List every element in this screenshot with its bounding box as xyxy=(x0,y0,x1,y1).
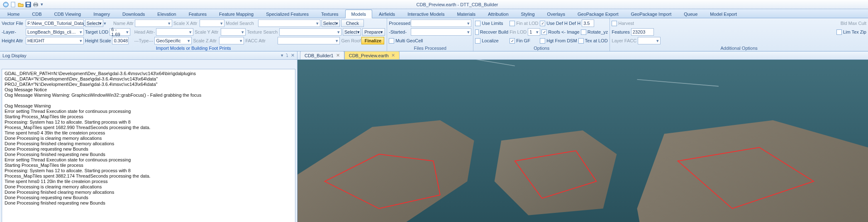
use-limits-check[interactable]: Use Limits xyxy=(475,21,508,26)
label-model-search: Model Search xyxy=(226,21,257,26)
open-icon[interactable] xyxy=(17,1,24,8)
label-vector-file: Vector File xyxy=(2,21,24,26)
tex-at-lod-check[interactable]: Tex at LOD xyxy=(578,38,608,44)
label-texture-search: Texture Search xyxy=(247,29,278,34)
scalez-combo[interactable]: ▾ xyxy=(219,37,244,44)
select3-button[interactable]: Select▾ xyxy=(343,28,361,36)
group-import-label[interactable]: Import Models or Building Foot Prints xyxy=(2,45,385,51)
new-icon[interactable] xyxy=(10,1,17,8)
doc-tab-cdb-builder1[interactable]: CDB_Builder1✕ xyxy=(300,51,344,59)
vector-file-combo[interactable]: F:\New_CDB_Tutorial_Data_LongBe▾ xyxy=(26,20,84,27)
hgt-from-dsm-check[interactable]: Hgt From DSM xyxy=(540,38,577,44)
target-lod-combo[interactable]: 6 - 1.69▾ xyxy=(110,28,130,36)
model-search-combo[interactable]: ▾ xyxy=(258,20,320,27)
facc-attr-combo[interactable]: ▾ xyxy=(278,37,340,44)
processed-combo[interactable]: ▾ xyxy=(411,20,471,27)
tab-overlays[interactable]: Overlays xyxy=(541,10,571,18)
use-def-h-check[interactable]: Use Def H xyxy=(540,21,568,26)
rotate-yz-check[interactable]: Rotate_yz xyxy=(581,29,608,35)
ribbon-tab-strip: HomeCDBCDB ViewingImageryDownloadsElevat… xyxy=(0,9,868,18)
chevron-down-icon: ▾ xyxy=(238,38,242,44)
tab-textures[interactable]: Textures xyxy=(315,10,344,18)
tab-geopackage-export[interactable]: GeoPackage Export xyxy=(572,10,624,18)
tab-home[interactable]: Home xyxy=(2,10,25,18)
chevron-down-icon: ▾ xyxy=(534,29,539,35)
tab-model-export[interactable]: Model Export xyxy=(704,10,743,18)
prepare-button[interactable]: Prepare▾ xyxy=(362,28,385,36)
fin-at-lod-check[interactable]: Fin at LOD xyxy=(510,21,539,26)
checkbox-icon xyxy=(581,29,586,35)
select-button[interactable]: Select▾ xyxy=(85,20,103,27)
check-button[interactable]: Check xyxy=(341,20,364,27)
tab-interactive-models[interactable]: Interactive Models xyxy=(402,10,450,18)
recover-build-check[interactable]: Recover Build xyxy=(475,29,508,35)
height-scale-input[interactable]: 0.3048 xyxy=(112,37,129,44)
chevron-down-icon: ▾ xyxy=(188,29,192,35)
roofs-image-check[interactable]: Roofs <- Image xyxy=(541,29,580,35)
tab-features[interactable]: Features xyxy=(183,10,212,18)
finalize-button[interactable]: Finalize xyxy=(361,37,384,44)
tab-airfields[interactable]: Airfields xyxy=(373,10,401,18)
label-name-attr: Name Attr xyxy=(105,21,134,26)
lim-tex-zip-check[interactable]: Lim Tex Zip xyxy=(836,29,866,35)
type-combo[interactable]: GeoSpecific▾ xyxy=(154,37,192,44)
print-icon[interactable] xyxy=(32,1,39,8)
tab-cdb-viewing[interactable]: CDB Viewing xyxy=(49,10,87,18)
group-options: Use Limits Fin at LOD Use Def H Def H 3.… xyxy=(473,18,610,51)
tab-specialized-features[interactable]: Specialized Features xyxy=(260,10,315,18)
close-icon[interactable]: ✕ xyxy=(291,53,295,58)
tab-queue[interactable]: Queue xyxy=(678,10,703,18)
chevron-down-icon: ▾ xyxy=(219,21,223,26)
map-viewport[interactable] xyxy=(297,60,868,222)
scalex-combo[interactable]: ▾ xyxy=(200,20,224,27)
started-combo[interactable]: ▾ xyxy=(411,28,471,36)
work-area: Log Display ▾ ⤵ ✕ GDAL_DRIVER_PATH=N:\De… xyxy=(0,51,868,222)
select2-button[interactable]: Select▾ xyxy=(322,20,340,27)
tab-downloads[interactable]: Downloads xyxy=(117,10,151,18)
pane-menu-chevron-icon[interactable]: ▾ xyxy=(281,53,283,58)
log-output[interactable]: GDAL_DRIVER_PATH=N:\Development\Dev_Base… xyxy=(2,69,295,222)
multi-geocell-check[interactable]: Multi GeoCell xyxy=(389,38,423,44)
pin-icon[interactable]: ⤵ xyxy=(286,53,288,58)
tab-imagery[interactable]: Imagery xyxy=(88,10,116,18)
tab-geopackage-import[interactable]: GeoPackage Import xyxy=(625,10,677,18)
layer-facc-combo[interactable]: ▾ xyxy=(638,37,661,44)
texture-search-combo[interactable]: ▾ xyxy=(279,28,341,36)
checkbox-icon xyxy=(540,21,545,26)
height-attr-combo[interactable]: HEIGHT▾ xyxy=(26,37,84,44)
tab-elevation[interactable]: Elevation xyxy=(151,10,182,18)
chevron-down-icon: ▾ xyxy=(466,29,470,35)
fin-lod-combo[interactable]: 1▾ xyxy=(528,28,540,36)
group-files-processed: Processed ▾ -Started- ▾ Multi GeoCell Fi… xyxy=(387,18,473,51)
save-icon[interactable] xyxy=(25,1,32,8)
tab-feature-mapping[interactable]: Feature Mapping xyxy=(213,10,259,18)
features-input[interactable]: 23203 xyxy=(631,28,654,36)
tab-materials[interactable]: Materials xyxy=(451,10,481,18)
checkbox-icon xyxy=(612,21,617,26)
doc-tab-cdb-preview-earth[interactable]: CDB_Preview.earth✕ xyxy=(344,51,400,59)
label-head-attr: Head Attr- xyxy=(132,29,155,34)
chevron-down-icon: ▾ xyxy=(78,29,82,35)
label-genroof: Gen Roof xyxy=(341,38,360,43)
close-icon[interactable]: ✕ xyxy=(391,53,395,58)
head-attr-combo[interactable]: ▾ xyxy=(156,28,193,36)
layer-combo[interactable]: LongBeach_Bldgs_clip_FINAL Polygons▾ xyxy=(26,28,84,36)
tab-models[interactable]: Models xyxy=(345,10,372,18)
close-icon[interactable]: ✕ xyxy=(336,53,340,58)
harvest-check[interactable]: Harvest xyxy=(612,21,634,26)
chevron-down-icon: ▾ xyxy=(186,38,190,44)
tab-cdb[interactable]: CDB xyxy=(26,10,47,18)
localize-check[interactable]: Localize xyxy=(475,38,508,44)
tab-styling[interactable]: Styling xyxy=(515,10,541,18)
scaley-combo[interactable]: ▾ xyxy=(221,28,246,36)
label-facc-attr: FACC Attr xyxy=(245,38,276,43)
fin-gf-check[interactable]: Fin GF xyxy=(510,38,539,44)
quick-access-chevron-icon[interactable]: ▾ xyxy=(40,2,44,7)
log-pane-header: Log Display ▾ ⤵ ✕ xyxy=(0,51,297,60)
tab-attribution[interactable]: Attribution xyxy=(482,10,514,18)
def-h-input[interactable]: 3.5 xyxy=(582,20,594,27)
label-layer: -Layer- xyxy=(2,29,24,34)
title-bar: ▾ CDB_Preview.earth - DTT_CDB_Builder xyxy=(0,0,868,9)
app-icon[interactable] xyxy=(2,1,9,8)
name-attr-combo[interactable]: ▾ xyxy=(135,20,172,27)
